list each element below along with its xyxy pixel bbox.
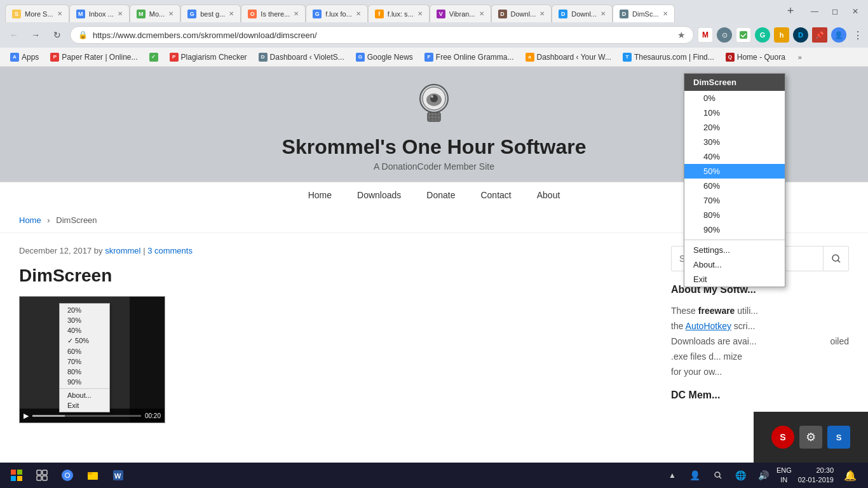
tab-close-t10[interactable]: ✕ — [600, 10, 606, 17]
ctx-70[interactable]: 70% — [60, 356, 109, 367]
word-taskbar-icon[interactable]: W — [107, 465, 130, 485]
skrommel-tray-icon1[interactable]: S — [771, 426, 794, 449]
bookmark-item-5[interactable]: G Google News — [351, 51, 418, 64]
skrommel-tray-icon3[interactable]: S — [827, 426, 850, 449]
tab-close-t4[interactable]: ✕ — [229, 10, 234, 17]
ext2-icon[interactable] — [736, 27, 751, 43]
bookmark-item-8[interactable]: T Thesaurus.com | Find... — [618, 51, 719, 64]
nav-donate[interactable]: Donate — [414, 182, 468, 208]
bookmark-item-6[interactable]: F Free Online Gramma... — [419, 51, 519, 64]
browser-tab-t9[interactable]: D Downl... ✕ — [491, 4, 552, 22]
browser-tab-t11[interactable]: D DimSc... ✕ — [613, 4, 675, 22]
tab-close-t11[interactable]: ✕ — [663, 10, 668, 17]
tab-close-t6[interactable]: ✕ — [356, 10, 361, 17]
popup-item-50%[interactable]: 50% — [684, 164, 785, 179]
tray-user-icon[interactable]: 👤 — [685, 465, 705, 485]
nav-about[interactable]: About — [524, 182, 573, 208]
url-bar[interactable]: 🔒 https://www.dcmembers.com/skrommel/dow… — [70, 26, 694, 44]
bookmark-item-9[interactable]: Q Home - Quora — [721, 51, 790, 64]
popup-item-30%[interactable]: 30% — [684, 135, 785, 149]
popup-item-80%[interactable]: 80% — [684, 208, 785, 222]
ctx-about[interactable]: About... — [60, 390, 109, 400]
grammarly-icon[interactable]: G — [755, 27, 770, 43]
browser-tab-t1[interactable]: S More S... ✕ — [5, 4, 69, 22]
gmail-ext-icon[interactable]: M — [698, 27, 713, 43]
chrome-taskbar-icon[interactable] — [56, 465, 79, 485]
reload-button[interactable]: ↻ — [48, 26, 66, 44]
back-button[interactable]: ← — [5, 26, 23, 44]
browser-tab-t10[interactable]: D Downl... ✕ — [552, 4, 613, 22]
tab-close-t7[interactable]: ✕ — [417, 10, 423, 17]
tab-close-t3[interactable]: ✕ — [168, 10, 173, 17]
tab-close-t8[interactable]: ✕ — [479, 10, 484, 17]
bookmarks-more-button[interactable]: » — [794, 51, 806, 63]
browser-tab-t7[interactable]: f f.lux: s... ✕ — [368, 4, 430, 22]
ctx-80[interactable]: 80% — [60, 367, 109, 377]
bookmark-item-3[interactable]: P Plagiarism Checker — [165, 51, 252, 64]
popup-about[interactable]: About... — [684, 257, 785, 272]
autohotkey-link[interactable]: AutoHotkey — [686, 321, 731, 331]
popup-item-40%[interactable]: 40% — [684, 149, 785, 164]
account-icon[interactable]: ⊙ — [717, 27, 732, 43]
user-icon[interactable]: 👤 — [831, 27, 846, 43]
ctx-30[interactable]: 30% — [60, 315, 109, 325]
popup-item-0%[interactable]: 0% — [684, 91, 785, 105]
browser-tab-t8[interactable]: V Vibran... ✕ — [430, 4, 491, 22]
bookmark-item-7[interactable]: a Dashboard ‹ Your W... — [520, 51, 616, 64]
popup-item-60%[interactable]: 60% — [684, 179, 785, 193]
browser-tab-t2[interactable]: M Inbox ... ✕ — [69, 4, 130, 22]
ctx-exit[interactable]: Exit — [60, 400, 109, 410]
new-tab-button[interactable]: + — [782, 3, 799, 20]
nav-home[interactable]: Home — [295, 182, 344, 208]
browser-tab-t3[interactable]: M Mo... ✕ — [130, 4, 180, 22]
ctx-50[interactable]: 50% — [60, 336, 109, 346]
popup-item-20%[interactable]: 20% — [684, 120, 785, 135]
bookmark-item-1[interactable]: P Paper Rater | Online... — [45, 51, 142, 64]
tray-expand-button[interactable]: ▲ — [662, 465, 682, 485]
tab-close-t9[interactable]: ✕ — [539, 10, 545, 17]
minimize-button[interactable]: — — [807, 4, 822, 19]
svg-rect-16 — [11, 476, 16, 481]
task-view-button[interactable] — [31, 465, 53, 485]
tab-close-t5[interactable]: ✕ — [294, 10, 299, 17]
popup-item-90%[interactable]: 90% — [684, 222, 785, 237]
dashlane-icon[interactable]: D — [793, 27, 808, 43]
bookmark-item-2[interactable]: ✓ — [144, 51, 163, 64]
popup-item-10%[interactable]: 10% — [684, 105, 785, 120]
start-button[interactable] — [5, 465, 28, 485]
ctx-90[interactable]: 90% — [60, 377, 109, 387]
browser-tab-t5[interactable]: O Is there... ✕ — [241, 4, 306, 22]
breadcrumb-home[interactable]: Home — [19, 215, 41, 225]
tab-close-t2[interactable]: ✕ — [118, 10, 123, 17]
nav-contact[interactable]: Contact — [468, 182, 524, 208]
explorer-taskbar-icon[interactable] — [81, 465, 104, 485]
tray-network-icon[interactable]: 🌐 — [731, 465, 751, 485]
bookmark-item-4[interactable]: D Dashboard ‹ VioletS... — [254, 51, 349, 64]
popup-exit[interactable]: Exit — [684, 272, 785, 287]
tab-close-t1[interactable]: ✕ — [57, 10, 62, 17]
bookmark-star-icon[interactable]: ★ — [677, 30, 686, 40]
tray-notification-icon[interactable]: 🔔 — [840, 465, 860, 485]
tray-volume-icon[interactable]: 🔊 — [754, 465, 774, 485]
forward-button[interactable]: → — [27, 26, 44, 44]
browser-tab-t4[interactable]: G best g... ✕ — [180, 4, 241, 22]
browser-tab-t6[interactable]: G f.lux fo... ✕ — [306, 4, 368, 22]
search-button[interactable] — [823, 247, 848, 271]
chrome-menu-icon[interactable]: ⋮ — [853, 29, 863, 41]
ext5-icon[interactable]: 📌 — [812, 27, 827, 43]
ctx-60[interactable]: 60% — [60, 346, 109, 356]
ctx-40[interactable]: 40% — [60, 325, 109, 336]
popup-settings[interactable]: Settings... — [684, 243, 785, 257]
nav-downloads[interactable]: Downloads — [344, 182, 414, 208]
restore-button[interactable]: ◻ — [827, 4, 843, 19]
ctx-20[interactable]: 20% — [60, 305, 109, 315]
post-comments[interactable]: 3 comments — [147, 246, 193, 255]
post-author[interactable]: skrommel — [105, 246, 140, 255]
honey-icon[interactable]: h — [774, 27, 789, 43]
skrommel-tray-icon2[interactable]: ⚙ — [799, 426, 822, 449]
popup-item-70%[interactable]: 70% — [684, 193, 785, 208]
svg-rect-18 — [37, 470, 41, 475]
tray-search-icon[interactable] — [708, 465, 728, 485]
bookmark-item-0[interactable]: A Apps — [5, 51, 44, 64]
close-button[interactable]: ✕ — [848, 4, 863, 19]
